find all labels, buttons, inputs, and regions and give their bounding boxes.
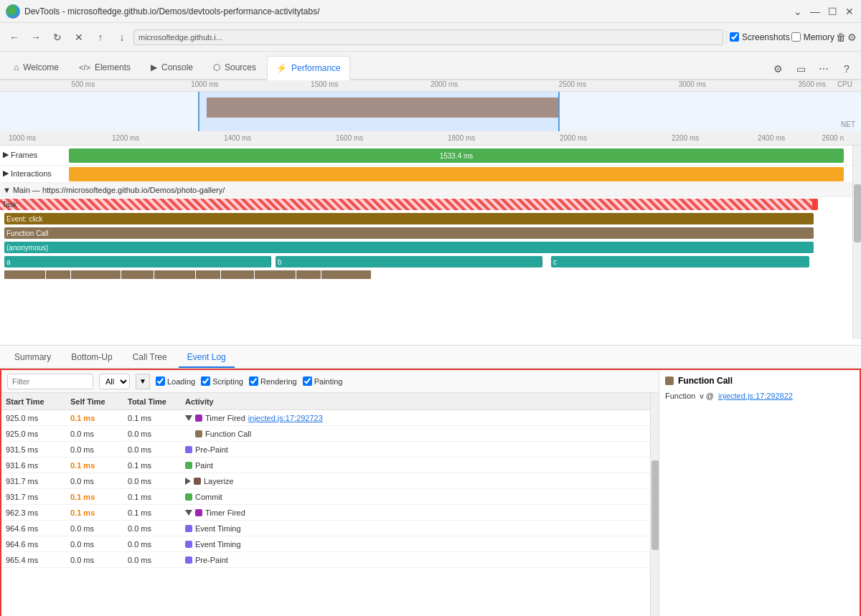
selection-overlay[interactable]: [198, 92, 560, 131]
activity-color-1: [195, 430, 202, 437]
url-text: microsoftedge.github.i...: [138, 33, 222, 42]
elements-tab-icon: </>: [79, 63, 90, 72]
expand-0-icon[interactable]: [185, 415, 192, 421]
interactions-label[interactable]: ▶ Interactions: [3, 169, 52, 178]
titlebar-controls: ⌄ — ☐ ✕: [792, 6, 855, 17]
table-row[interactable]: 931.5 ms 0.0 ms 0.0 ms Pre-Paint: [1, 442, 650, 458]
table-row[interactable]: 931.7 ms 0.1 ms 0.1 ms Commit: [1, 489, 650, 505]
back-button[interactable]: ←: [4, 27, 24, 47]
chevron-down-icon[interactable]: ⌄: [792, 6, 804, 17]
loading-checkbox[interactable]: Loading: [156, 376, 195, 386]
timeline-scrollbar[interactable]: [852, 146, 861, 339]
task-label: Task: [2, 201, 17, 209]
home-button[interactable]: ↑: [90, 27, 110, 47]
expand-frames-icon[interactable]: ▶: [3, 150, 9, 159]
frames-label-text: Frames: [11, 151, 37, 159]
scripting-check-input[interactable]: [201, 376, 210, 386]
expand-6-icon[interactable]: [185, 510, 192, 516]
b-bar[interactable]: b: [276, 256, 542, 267]
screenshots-checkbox[interactable]: Screenshots: [730, 32, 790, 42]
clear-button[interactable]: 🗑: [836, 32, 846, 43]
detail-mark-2400: 2400 ms: [758, 134, 785, 142]
url-bar[interactable]: microsoftedge.github.i...: [133, 29, 723, 45]
forward-button[interactable]: →: [26, 27, 46, 47]
expand-main-icon[interactable]: ▼: [3, 186, 11, 194]
tab-welcome[interactable]: ⌂ Welcome: [4, 55, 68, 79]
expand-interactions-icon[interactable]: ▶: [3, 169, 9, 178]
more-options-icon[interactable]: ⋯: [814, 59, 834, 79]
filter-select[interactable]: All: [99, 374, 130, 389]
tab-console[interactable]: ▶ Console: [141, 55, 202, 79]
start-time-1: 925.0 ms: [1, 430, 66, 438]
table-row[interactable]: 962.3 ms 0.1 ms 0.1 ms Timer Fired: [1, 505, 650, 521]
ruler-mark-3500: 3500 ms: [799, 80, 826, 88]
minimize-button[interactable]: —: [809, 6, 821, 17]
stop-button[interactable]: ✕: [69, 27, 89, 47]
a-bar[interactable]: a: [4, 256, 271, 267]
activity-1: Function Call: [181, 430, 650, 438]
table-row[interactable]: 931.6 ms 0.1 ms 0.1 ms Paint: [1, 458, 650, 473]
event-click-bar[interactable]: Event: click: [4, 213, 814, 224]
memory-check-input[interactable]: [791, 32, 801, 42]
close-button[interactable]: ✕: [844, 6, 855, 17]
start-time-8: 964.6 ms: [1, 540, 66, 549]
welcome-tab-icon: ⌂: [14, 62, 19, 72]
tab-call-tree[interactable]: Call Tree: [124, 348, 176, 368]
event-table[interactable]: Start Time Self Time Total Time Activity…: [1, 393, 650, 616]
start-time-9: 965.4 ms: [1, 556, 66, 564]
tab-performance[interactable]: ⚡ Performance: [267, 56, 350, 80]
tab-summary[interactable]: Summary: [6, 348, 60, 368]
c-bar[interactable]: c: [551, 256, 809, 267]
screenshots-check-input[interactable]: [730, 32, 739, 42]
anonymous-bar[interactable]: (anonymous): [4, 242, 814, 253]
table-row[interactable]: 964.6 ms 0.0 ms 0.0 ms Event Timing: [1, 536, 650, 552]
table-scrollbar[interactable]: [650, 393, 659, 616]
activity-label-7: Event Timing: [195, 524, 241, 533]
help-icon[interactable]: ?: [837, 59, 857, 79]
tab-elements[interactable]: </> Elements: [70, 55, 140, 79]
scripting-checkbox[interactable]: Scripting: [201, 376, 243, 386]
table-row[interactable]: 925.0 ms 0.1 ms 0.1 ms Timer Fired injec…: [1, 410, 650, 426]
maximize-button[interactable]: ☐: [827, 6, 838, 17]
table-row[interactable]: 964.6 ms 0.0 ms 0.0 ms Event Timing: [1, 521, 650, 536]
settings-icon[interactable]: ⚙: [847, 32, 857, 43]
activity-link-0[interactable]: injected.js:17:292723: [248, 414, 323, 422]
tab-bottom-up[interactable]: Bottom-Up: [62, 348, 121, 368]
function-call-bar[interactable]: Function Call: [4, 227, 814, 239]
right-panel-row-link[interactable]: injected.js:17:292822: [718, 392, 793, 400]
painting-check-input[interactable]: [303, 376, 312, 386]
memory-checkbox[interactable]: Memory: [791, 32, 834, 42]
timeline-scrollbar-thumb[interactable]: [854, 184, 861, 242]
painting-checkbox[interactable]: Painting: [303, 376, 343, 386]
gear-icon[interactable]: ⚙: [768, 59, 788, 79]
sidebar-icon[interactable]: ▭: [791, 59, 811, 79]
filter-input[interactable]: [7, 374, 93, 389]
rendering-checkbox[interactable]: Rendering: [249, 376, 297, 386]
total-time-6: 0.1 ms: [123, 508, 181, 517]
ruler-mark-3000: 3000 ms: [679, 80, 706, 88]
tab-event-log[interactable]: Event Log: [179, 348, 235, 368]
refresh-button[interactable]: ↻: [47, 27, 67, 47]
cpu-label: CPU: [837, 80, 852, 88]
browser-toolbar: ← → ↻ ✕ ↑ ↓ microsoftedge.github.i... Sc…: [0, 23, 861, 52]
table-row[interactable]: 965.4 ms 0.0 ms 0.0 ms Pre-Paint: [1, 552, 650, 568]
expand-4-icon[interactable]: [185, 478, 191, 485]
total-time-0: 0.1 ms: [123, 414, 181, 422]
table-scrollbar-thumb[interactable]: [651, 460, 659, 550]
overview-content[interactable]: NET: [0, 92, 861, 131]
filter-dropdown-button[interactable]: ▼: [136, 374, 150, 389]
main-label: Main — https://microsoftedge.github.io/D…: [13, 186, 225, 194]
table-row[interactable]: 925.0 ms 0.0 ms 0.0 ms Function Call: [1, 426, 650, 442]
self-time-5: 0.1 ms: [66, 493, 123, 501]
activity-label-6: Timer Fired: [205, 508, 245, 517]
task-bar[interactable]: Task: [0, 199, 818, 210]
titlebar-title: DevTools - microsoftedge.github.io/Demos…: [24, 6, 792, 16]
total-time-8: 0.0 ms: [123, 540, 181, 549]
loading-check-input[interactable]: [156, 376, 165, 386]
rendering-check-input[interactable]: [249, 376, 258, 386]
tab-sources[interactable]: ⬡ Sources: [204, 55, 265, 79]
right-panel-title-text: Function Call: [678, 376, 733, 386]
table-row[interactable]: 931.7 ms 0.0 ms 0.0 ms Layerize: [1, 473, 650, 489]
frames-label[interactable]: ▶ Frames: [3, 150, 37, 159]
download-button[interactable]: ↓: [112, 27, 132, 47]
